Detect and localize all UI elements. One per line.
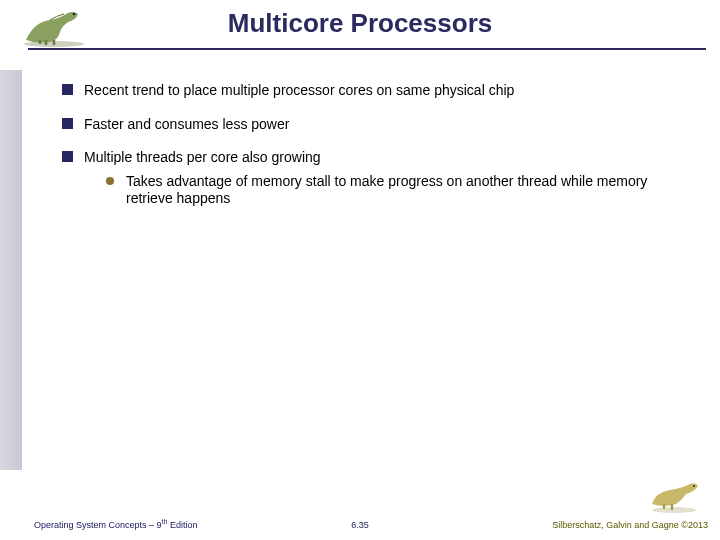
bullet-level1: Faster and consumes less power <box>62 116 672 134</box>
bullet-text: Faster and consumes less power <box>84 116 289 132</box>
bullet-level1: Multiple threads per core also growing T… <box>62 149 672 208</box>
footer-left-text-a: Operating System Concepts – 9 <box>34 520 162 530</box>
slide-content: Recent trend to place multiple processor… <box>62 82 672 224</box>
slide-header: Multicore Processors <box>0 8 720 45</box>
left-sidebar <box>0 70 22 470</box>
bullet-level2: Takes advantage of memory stall to make … <box>106 173 672 208</box>
bullet-text: Multiple threads per core also growing <box>84 149 321 165</box>
bullet-level1: Recent trend to place multiple processor… <box>62 82 672 100</box>
dinosaur-footer-image <box>646 478 702 514</box>
footer-left-text-b: Edition <box>167 520 197 530</box>
footer-left: Operating System Concepts – 9th Edition <box>34 518 197 530</box>
svg-point-2 <box>652 507 696 513</box>
bullet-text: Recent trend to place multiple processor… <box>84 82 514 98</box>
slide-title: Multicore Processors <box>0 8 720 45</box>
footer-right: Silberschatz, Galvin and Gagne ©2013 <box>552 520 708 530</box>
title-underline <box>28 48 706 50</box>
svg-point-3 <box>693 485 695 487</box>
bullet-text: Takes advantage of memory stall to make … <box>126 173 647 207</box>
